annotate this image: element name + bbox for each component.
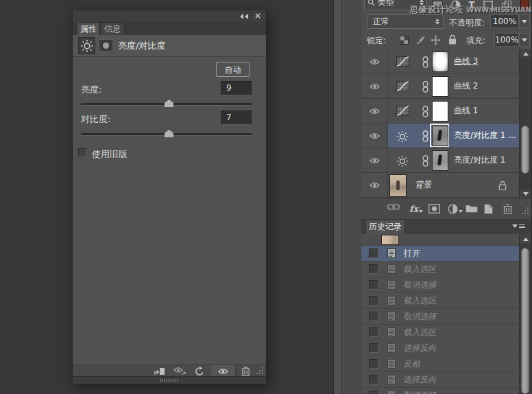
- layer-visibility-toggle[interactable]: [361, 49, 388, 73]
- tab-info[interactable]: 信息: [100, 22, 125, 35]
- history-state-row[interactable]: 载入选区: [361, 293, 519, 309]
- lock-position-icon[interactable]: [431, 35, 441, 45]
- curves-adjustment-icon[interactable]: [396, 56, 409, 67]
- layer-mask-thumbnail[interactable]: [432, 150, 448, 171]
- history-source-checkbox[interactable]: [369, 343, 378, 353]
- layers-scrollbar-thumb[interactable]: [521, 126, 529, 174]
- opacity-value[interactable]: 100%: [490, 14, 519, 28]
- history-state-row[interactable]: 取消选择: [361, 277, 519, 293]
- link-mask-icon[interactable]: [422, 81, 428, 93]
- history-source-checkbox[interactable]: [369, 280, 378, 290]
- collapse-to-icons-icon[interactable]: [239, 12, 248, 20]
- layer-row[interactable]: 曲线 3: [361, 49, 519, 74]
- link-mask-icon[interactable]: [422, 155, 428, 167]
- opacity-dropdown-icon[interactable]: [519, 14, 530, 28]
- tab-history[interactable]: 历史记录: [365, 219, 405, 234]
- new-adjustment-layer-icon[interactable]: [448, 204, 463, 214]
- fill-dropdown-icon[interactable]: [519, 33, 530, 47]
- delete-adjustment-icon[interactable]: [237, 366, 254, 376]
- mask-properties-icon[interactable]: [99, 39, 113, 51]
- brightness-contrast-adjustment-icon[interactable]: [396, 155, 409, 167]
- contrast-value-input[interactable]: 7: [221, 111, 252, 125]
- layer-name[interactable]: 曲线 2: [454, 74, 478, 99]
- scroll-up-icon[interactable]: [520, 49, 531, 58]
- history-source-checkbox[interactable]: [369, 248, 378, 258]
- close-icon[interactable]: ×: [254, 12, 261, 20]
- history-scrollbar-thumb[interactable]: [521, 248, 529, 394]
- layer-name[interactable]: 亮度/对比度 1: [454, 148, 506, 173]
- layer-mask-thumbnail[interactable]: [432, 76, 448, 97]
- link-mask-icon[interactable]: [422, 56, 428, 68]
- layer-name[interactable]: 背景: [413, 173, 433, 198]
- resize-grip-icon[interactable]: [256, 366, 265, 376]
- layer-name[interactable]: 曲线 3: [454, 49, 478, 74]
- legacy-checkbox[interactable]: [78, 148, 87, 157]
- layer-visibility-toggle[interactable]: [361, 124, 388, 148]
- layer-row[interactable]: 曲线 1: [361, 99, 519, 124]
- contrast-slider-thumb[interactable]: [165, 130, 173, 137]
- brightness-contrast-adjustment-icon[interactable]: [396, 130, 409, 143]
- history-snapshot-row[interactable]: [361, 234, 531, 246]
- layer-visibility-toggle[interactable]: [361, 173, 388, 197]
- link-layers-icon[interactable]: [387, 204, 400, 210]
- link-mask-icon[interactable]: [422, 106, 428, 117]
- lock-all-icon[interactable]: [448, 34, 457, 45]
- history-state-row[interactable]: 打开: [361, 246, 519, 262]
- layer-name[interactable]: 亮度/对比度 1 ...: [454, 124, 516, 148]
- background-layer-thumbnail[interactable]: [389, 174, 407, 197]
- history-menu-icon[interactable]: [512, 224, 525, 228]
- curves-adjustment-icon[interactable]: [396, 106, 409, 116]
- layers-scrollbar[interactable]: [519, 49, 531, 198]
- brightness-contrast-icon[interactable]: [78, 37, 95, 54]
- history-source-checkbox[interactable]: [369, 312, 378, 321]
- blend-mode-select[interactable]: 正常: [367, 14, 444, 29]
- history-state-row[interactable]: 载入选区: [361, 325, 519, 340]
- link-mask-icon[interactable]: [422, 130, 428, 142]
- tab-properties[interactable]: 属性: [77, 22, 100, 35]
- history-source-checkbox[interactable]: [369, 327, 378, 337]
- reset-icon[interactable]: [192, 366, 207, 376]
- layer-name[interactable]: 曲线 1: [454, 99, 478, 124]
- history-source-checkbox[interactable]: [369, 375, 378, 384]
- history-state-row[interactable]: 取消选择: [361, 388, 519, 394]
- history-state-row[interactable]: 取消选择: [361, 309, 519, 325]
- panel-titlebar[interactable]: ×: [73, 10, 266, 23]
- scroll-up-icon[interactable]: [520, 234, 531, 244]
- dock-divider[interactable]: [333, 0, 361, 394]
- add-layer-mask-icon[interactable]: [428, 204, 440, 213]
- layer-mask-thumbnail[interactable]: [432, 101, 448, 121]
- snapshot-thumbnail[interactable]: [381, 235, 399, 245]
- history-state-row[interactable]: 载入选区: [361, 262, 519, 277]
- history-source-checkbox[interactable]: [369, 264, 378, 274]
- history-state-row[interactable]: 选择反向: [361, 372, 519, 388]
- brightness-value-input[interactable]: 9: [221, 81, 252, 95]
- history-state-row[interactable]: 选择反向: [361, 340, 519, 356]
- scroll-down-icon[interactable]: [520, 189, 531, 198]
- lock-transparency-icon[interactable]: [400, 36, 409, 45]
- layer-row-selected[interactable]: 亮度/对比度 1 ...: [361, 124, 519, 148]
- lock-pixels-icon[interactable]: [415, 35, 426, 45]
- history-source-checkbox[interactable]: [369, 296, 378, 305]
- layer-row[interactable]: 亮度/对比度 1: [361, 148, 519, 173]
- auto-button[interactable]: 自动: [216, 62, 250, 77]
- layer-mask-thumbnail[interactable]: [432, 126, 448, 146]
- history-state-row[interactable]: 反相: [361, 356, 519, 372]
- layer-row-background[interactable]: 背景: [361, 173, 519, 198]
- layer-style-icon[interactable]: fx: [409, 204, 423, 214]
- history-source-checkbox[interactable]: [369, 391, 378, 394]
- layer-mask-thumbnail[interactable]: [432, 51, 448, 72]
- new-group-icon[interactable]: [466, 204, 478, 213]
- new-layer-icon[interactable]: [484, 204, 493, 214]
- resize-grip-icon[interactable]: [522, 207, 529, 215]
- layer-visibility-toggle[interactable]: [361, 148, 388, 172]
- layer-row[interactable]: 曲线 2: [361, 74, 519, 99]
- panel-drag-handle[interactable]: [160, 379, 178, 382]
- visibility-toggle-icon[interactable]: [210, 365, 236, 377]
- delete-layer-icon[interactable]: [503, 204, 512, 214]
- clip-to-layer-icon[interactable]: [151, 366, 167, 376]
- history-source-checkbox[interactable]: [369, 359, 378, 369]
- curves-adjustment-icon[interactable]: [396, 81, 409, 91]
- view-previous-state-icon[interactable]: [171, 366, 189, 376]
- brightness-slider-thumb[interactable]: [165, 100, 173, 107]
- history-scrollbar[interactable]: [519, 234, 531, 394]
